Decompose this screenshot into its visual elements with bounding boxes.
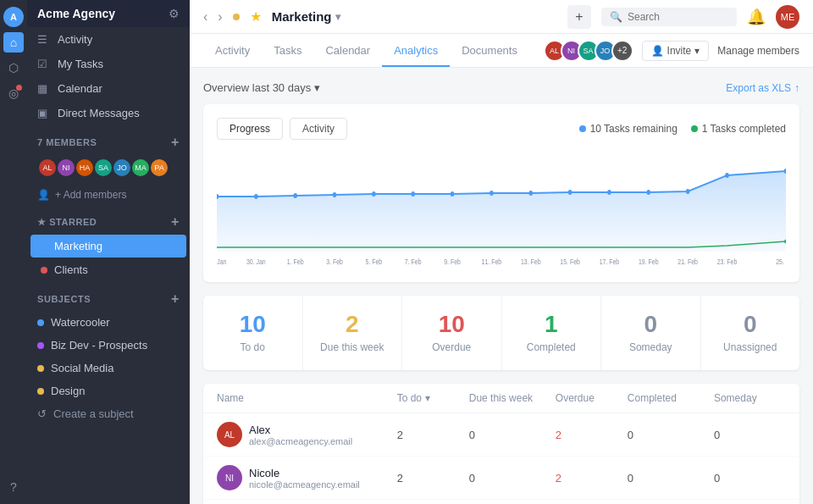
user-info-nicole: NI Nicole nicole@acmeagency.email <box>217 465 397 490</box>
table-row: HA Hannah hannah@acmeagency.email 2 0 2 … <box>203 500 799 504</box>
user-avatar[interactable]: ME <box>776 5 799 29</box>
icon-home[interactable]: ⌂ <box>3 32 24 53</box>
subject-item-social-media[interactable]: Social Media <box>27 357 190 379</box>
star-icon[interactable]: ★ <box>250 8 262 25</box>
svg-text:23. Feb: 23. Feb <box>717 258 738 266</box>
chart-dot <box>607 190 611 195</box>
table-row: AL Alex alex@acmeagency.email 2 0 2 0 0 <box>203 413 799 457</box>
member-avatar-6[interactable]: MA <box>130 158 151 178</box>
member-avatar-7[interactable]: PA <box>149 158 169 178</box>
create-subject-label: Create a subject <box>53 407 134 420</box>
sidebar-item-calendar[interactable]: ▦ Calendar <box>27 76 190 101</box>
stats-row: 10 To do 2 Due this week 10 Overdue 1 Co… <box>203 296 799 370</box>
chart-dot <box>372 191 376 197</box>
add-members-button[interactable]: 👤 + Add members <box>27 185 190 205</box>
add-member-icon[interactable]: + <box>171 136 180 149</box>
member-avatar-3[interactable]: HA <box>75 158 95 178</box>
svg-text:17. Feb: 17. Feb <box>600 258 620 266</box>
search-input[interactable] <box>628 11 728 23</box>
chart-header: Progress Activity 10 Tasks remaining 1 T… <box>217 118 786 140</box>
messages-icon: ▣ <box>37 107 51 119</box>
page-title: Marketing ▾ <box>272 9 340 24</box>
tab-extra-members[interactable]: +2 <box>611 40 633 62</box>
refresh-icon: ↺ <box>37 407 47 420</box>
nav-forward-icon[interactable]: › <box>218 9 222 25</box>
add-starred-icon[interactable]: + <box>171 215 180 229</box>
col-header-todo[interactable]: To do ▾ <box>397 392 469 404</box>
add-members-label: + Add members <box>55 189 126 201</box>
subject-item-watercooler[interactable]: Watercooler <box>27 311 190 334</box>
remaining-dot <box>579 125 586 132</box>
create-subject-button[interactable]: ↺ Create a subject <box>27 402 190 425</box>
invite-button[interactable]: 👤 Invite ▾ <box>642 41 710 61</box>
chart-tab-activity[interactable]: Activity <box>290 118 347 140</box>
social-media-dot <box>37 365 44 372</box>
sidebar-title: Acme Agency <box>37 7 115 20</box>
table-row: NI Nicole nicole@acmeagency.email 2 0 2 … <box>203 457 799 500</box>
tab-activity[interactable]: Activity <box>203 36 262 67</box>
overview-title[interactable]: Overview last 30 days ▾ <box>203 81 320 94</box>
tab-documents[interactable]: Documents <box>450 36 529 67</box>
cell-alex-todo: 2 <box>397 429 469 441</box>
settings-icon[interactable]: ⚙ <box>169 7 180 20</box>
cell-nicole-someday: 0 <box>714 472 786 485</box>
export-button[interactable]: Export as XLS ↑ <box>726 82 799 94</box>
subject-item-biz-dev[interactable]: Biz Dev - Prospects <box>27 334 190 357</box>
svg-text:11. Feb: 11. Feb <box>482 258 502 266</box>
progress-chart: 28. Jan 30. Jan 1. Feb 3. Feb 5. Feb 7. … <box>217 150 786 269</box>
tab-calendar[interactable]: Calendar <box>313 36 382 67</box>
cell-nicole-todo: 2 <box>397 472 469 485</box>
sidebar-item-direct-messages[interactable]: ▣ Direct Messages <box>27 101 190 125</box>
member-avatar-4[interactable]: SA <box>93 158 113 178</box>
sidebar-item-activity[interactable]: ☰ Activity <box>27 27 190 52</box>
legend-remaining: 10 Tasks remaining <box>579 123 678 135</box>
add-subject-icon[interactable]: + <box>171 292 180 306</box>
icon-notification[interactable]: ◎ <box>3 83 24 103</box>
col-header-name: Name <box>217 392 397 404</box>
svg-text:19. Feb: 19. Feb <box>639 258 659 266</box>
svg-text:9. Feb: 9. Feb <box>444 258 461 266</box>
cell-alex-someday: 0 <box>714 429 786 441</box>
manage-members-button[interactable]: Manage members <box>717 45 799 57</box>
chart-card: Progress Activity 10 Tasks remaining 1 T… <box>203 104 799 282</box>
member-avatar-2[interactable]: NI <box>56 158 76 178</box>
member-avatar-5[interactable]: JO <box>112 158 132 178</box>
chart-dot <box>411 191 415 197</box>
topbar: ‹ › ★ Marketing ▾ + 🔍 🔔 ME <box>190 0 813 34</box>
cell-nicole-overdue: 2 <box>556 472 628 485</box>
sidebar-item-my-tasks[interactable]: ☑ My Tasks <box>27 52 190 76</box>
add-members-icon: 👤 <box>37 189 50 201</box>
tab-tasks[interactable]: Tasks <box>262 36 313 67</box>
table-header: Name To do ▾ Due this week Overdue Compl… <box>203 384 799 413</box>
subject-item-design[interactable]: Design <box>27 379 190 402</box>
sidebar-item-calendar-label: Calendar <box>58 82 102 95</box>
starred-item-clients[interactable]: Clients <box>30 258 186 281</box>
chart-dot <box>528 191 533 196</box>
calendar-icon: ▦ <box>37 82 51 95</box>
notification-bell-icon[interactable]: 🔔 <box>747 8 766 26</box>
subject-bizdev-label: Biz Dev - Prospects <box>51 339 147 352</box>
stat-unassigned: 0 Unassigned <box>701 296 800 370</box>
overview-chevron-icon: ▾ <box>314 81 320 94</box>
tabbar: Activity Tasks Calendar Analytics Docume… <box>190 34 813 68</box>
svg-text:30. Jan: 30. Jan <box>246 258 266 266</box>
chart-dot <box>686 189 690 194</box>
search-box[interactable]: 🔍 <box>601 8 737 26</box>
topbar-add-button[interactable]: + <box>567 5 591 29</box>
app-logo[interactable]: A <box>3 7 24 27</box>
chart-tab-progress[interactable]: Progress <box>217 118 283 140</box>
icon-puzzle[interactable]: ⬡ <box>3 58 24 78</box>
completed-dot <box>691 125 698 132</box>
stat-todo-number: 10 <box>212 313 294 336</box>
user-name-alex: Alex <box>249 424 352 436</box>
starred-item-marketing[interactable]: Marketing <box>30 235 186 258</box>
stat-due-label: Due this week <box>312 341 394 353</box>
tab-analytics[interactable]: Analytics <box>382 36 450 67</box>
member-avatar-1[interactable]: AL <box>37 158 58 178</box>
stat-completed-label: Completed <box>511 341 593 353</box>
invite-chevron-icon: ▾ <box>694 45 700 57</box>
icon-help[interactable]: ? <box>3 477 24 497</box>
nav-back-icon[interactable]: ‹ <box>203 9 207 25</box>
cell-alex-completed: 0 <box>628 429 714 441</box>
col-header-overdue: Overdue <box>556 392 628 404</box>
